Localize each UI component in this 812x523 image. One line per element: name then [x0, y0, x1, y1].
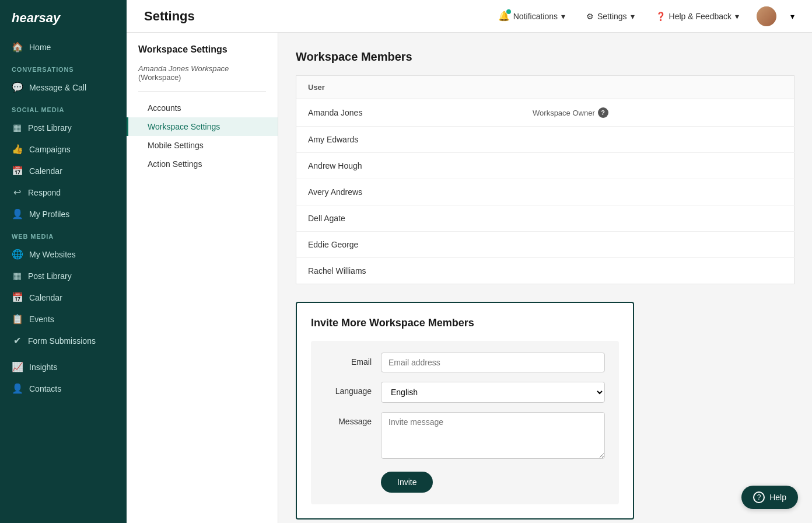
table-row: Avery Andrews	[296, 179, 794, 205]
member-role	[521, 179, 794, 205]
sidebar-item-label: Post Library	[28, 123, 72, 133]
sidebar-item-label: My Websites	[29, 250, 76, 259]
sidebar-item-insights[interactable]: 📈 Insights	[0, 356, 127, 378]
help-float-label: Help	[769, 493, 786, 502]
column-role	[521, 76, 794, 99]
email-input[interactable]	[381, 353, 605, 372]
table-row: Rachel Williams	[296, 258, 794, 284]
grid2-icon: ▦	[12, 270, 22, 281]
help-label: Help & Feedback	[669, 12, 732, 21]
sidebar-item-label: Campaigns	[29, 145, 71, 154]
sidebar-section-conversations: CONVERSATIONS	[0, 58, 127, 76]
sidebar-item-label: Calendar	[29, 166, 62, 176]
calendar2-icon: 📅	[12, 292, 23, 303]
notifications-button[interactable]: 🔔 Notifications ▾	[495, 8, 569, 24]
brand-name: hearsay	[12, 11, 60, 25]
settings-label: Settings	[597, 12, 627, 21]
sidebar-logo: hearsay	[0, 0, 127, 36]
sidebar-item-my-websites[interactable]: 🌐 My Websites	[0, 243, 127, 265]
sidebar-section-social-media: SOCIAL MEDIA	[0, 98, 127, 117]
help-question-icon: ?	[753, 491, 765, 503]
workspace-owner-badge: Workspace Owner ?	[533, 107, 608, 118]
invite-title: Invite More Workspace Members	[311, 317, 619, 329]
chevron-down-icon: ▾	[561, 12, 565, 21]
member-role	[521, 153, 794, 179]
page-title: Settings	[144, 9, 195, 24]
sidebar-item-message-call[interactable]: 💬 Message & Call	[0, 76, 127, 98]
subnav-item-action-settings[interactable]: Action Settings	[127, 155, 278, 173]
gear-icon: ⚙	[586, 12, 594, 21]
message-label: Message	[325, 412, 372, 426]
profile-icon: 👤	[12, 208, 23, 219]
sidebar-item-form-submissions[interactable]: ✔ Form Submissions	[0, 330, 127, 351]
subnav: Workspace Settings Amanda Jones Workspac…	[127, 33, 278, 523]
workspace-members-title: Workspace Members	[296, 50, 794, 64]
member-name: Avery Andrews	[296, 179, 522, 205]
sidebar-item-label: Insights	[29, 362, 57, 372]
sidebar-item-label: Message & Call	[29, 83, 86, 92]
subnav-item-workspace-settings[interactable]: Workspace Settings	[127, 117, 278, 136]
subnav-workspace-label: Amanda Jones Workspace (Workspace)	[127, 64, 278, 84]
help-feedback-button[interactable]: ❓ Help & Feedback ▾	[652, 9, 743, 23]
workspace-suffix: (Workspace)	[138, 73, 181, 82]
sidebar-item-label: My Profiles	[29, 210, 69, 219]
sidebar-section-web-media: WEB MEDIA	[0, 225, 127, 243]
grid-icon: ▦	[12, 122, 22, 133]
sidebar-home-label: Home	[29, 43, 51, 52]
events-icon: 📋	[12, 313, 23, 325]
sidebar-item-contacts[interactable]: 👤 Contacts	[0, 378, 127, 399]
sidebar-item-my-profiles[interactable]: 👤 My Profiles	[0, 203, 127, 225]
table-row: Amanda Jones Workspace Owner ?	[296, 99, 794, 127]
chevron-down-icon: ▾	[631, 12, 635, 21]
invite-section: Invite More Workspace Members Email Lang…	[296, 302, 634, 519]
sidebar-item-calendar-social[interactable]: 📅 Calendar	[0, 160, 127, 182]
email-label: Email	[325, 353, 372, 367]
settings-button[interactable]: ⚙ Settings ▾	[583, 9, 638, 23]
owner-label: Workspace Owner	[533, 109, 595, 117]
language-label: Language	[325, 382, 372, 396]
invite-button[interactable]: Invite	[381, 472, 433, 493]
insights-icon: 📈	[12, 361, 23, 372]
sidebar-item-label: Events	[29, 315, 54, 324]
member-name: Amanda Jones	[296, 99, 522, 127]
notification-dot	[506, 9, 511, 14]
avatar-image	[757, 6, 776, 26]
member-role: Workspace Owner ?	[521, 99, 794, 127]
subnav-item-mobile-settings[interactable]: Mobile Settings	[127, 136, 278, 155]
avatar[interactable]	[757, 6, 776, 26]
question-icon: ❓	[656, 12, 666, 21]
sidebar-item-post-library-social[interactable]: ▦ Post Library	[0, 117, 127, 138]
globe-icon: 🌐	[12, 249, 23, 260]
sidebar-item-home[interactable]: 🏠 Home	[0, 36, 127, 58]
language-select[interactable]: English Spanish French	[381, 382, 605, 403]
main-content: Workspace Members User Amanda Jones Work…	[278, 33, 812, 523]
sidebar-item-label: Calendar	[29, 293, 62, 302]
avatar-chevron: ▾	[790, 12, 794, 21]
member-role	[521, 127, 794, 153]
topbar: Settings 🔔 Notifications ▾ ⚙ Settings ▾ …	[127, 0, 812, 33]
thumb-icon: 👍	[12, 144, 23, 155]
table-row: Andrew Hough	[296, 153, 794, 179]
sidebar-item-respond[interactable]: ↩ Respond	[0, 182, 127, 203]
calendar-icon: 📅	[12, 165, 23, 176]
member-role	[521, 258, 794, 284]
sidebar-item-post-library-web[interactable]: ▦ Post Library	[0, 265, 127, 287]
members-table: User Amanda Jones Workspace Owner ?	[296, 75, 794, 284]
member-name: Eddie George	[296, 232, 522, 258]
message-textarea[interactable]	[381, 412, 605, 459]
language-row: Language English Spanish French	[325, 382, 605, 403]
sidebar-item-campaigns[interactable]: 👍 Campaigns	[0, 138, 127, 160]
help-circle-icon[interactable]: ?	[598, 107, 608, 118]
topbar-actions: 🔔 Notifications ▾ ⚙ Settings ▾ ❓ Help & …	[495, 6, 794, 26]
column-user: User	[296, 76, 522, 99]
member-name: Dell Agate	[296, 205, 522, 232]
subnav-item-accounts[interactable]: Accounts	[127, 99, 278, 117]
member-role	[521, 205, 794, 232]
check-icon: ✔	[12, 335, 22, 346]
table-row: Dell Agate	[296, 205, 794, 232]
main-area: Settings 🔔 Notifications ▾ ⚙ Settings ▾ …	[127, 0, 812, 523]
home-icon: 🏠	[12, 41, 23, 53]
sidebar-item-events[interactable]: 📋 Events	[0, 308, 127, 330]
help-float-button[interactable]: ? Help	[741, 486, 798, 509]
sidebar-item-calendar-web[interactable]: 📅 Calendar	[0, 287, 127, 308]
